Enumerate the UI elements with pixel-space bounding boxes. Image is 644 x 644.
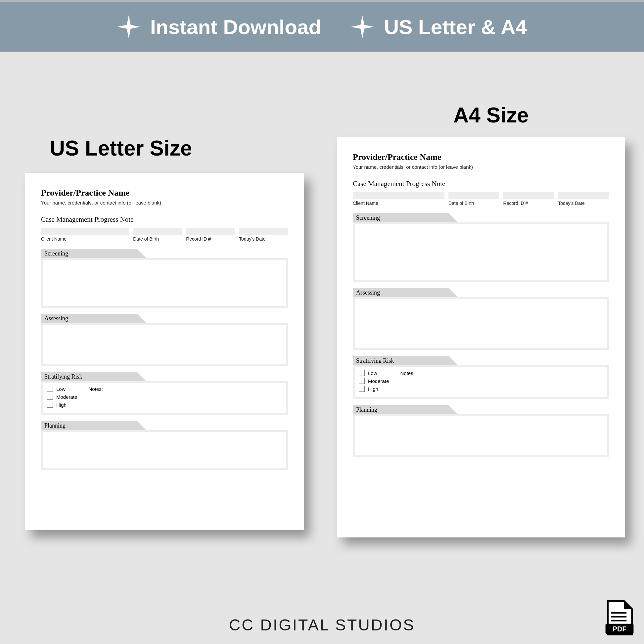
tab-assessing: Assessing bbox=[41, 314, 137, 323]
checkbox-low[interactable] bbox=[47, 386, 53, 392]
banner-item-sizes: US Letter & A4 bbox=[351, 15, 527, 39]
field-todays-date: Today's Date bbox=[558, 192, 609, 206]
label-record-id: Record ID # bbox=[503, 201, 554, 206]
input-dob[interactable] bbox=[133, 228, 182, 235]
risk-row-moderate: Moderate bbox=[359, 378, 603, 384]
field-dob: Date of Birth bbox=[448, 192, 499, 206]
tab-planning: Planning bbox=[353, 405, 449, 414]
input-client-name[interactable] bbox=[41, 228, 129, 235]
field-client-name: Client Name bbox=[41, 228, 129, 242]
pdf-badge-icon: PDF bbox=[604, 600, 635, 635]
risk-row-low: Low Notes: bbox=[47, 386, 282, 392]
label-todays-date: Today's Date bbox=[558, 201, 609, 206]
svg-rect-1 bbox=[611, 616, 626, 618]
field-record-id: Record ID # bbox=[503, 192, 554, 206]
label-dob: Date of Birth bbox=[133, 236, 182, 242]
risk-body: Low Notes: Moderate High bbox=[353, 365, 609, 399]
input-dob[interactable] bbox=[448, 192, 499, 199]
section-assessing: Assessing bbox=[353, 288, 609, 350]
checkbox-high[interactable] bbox=[359, 386, 365, 392]
tab-assessing: Assessing bbox=[353, 288, 449, 297]
field-client-name: Client Name bbox=[353, 192, 444, 206]
svg-text:PDF: PDF bbox=[613, 625, 626, 633]
label-record-id: Record ID # bbox=[186, 236, 235, 242]
label-dob: Date of Birth bbox=[448, 201, 499, 206]
tab-planning: Planning bbox=[41, 421, 137, 430]
brand-footer: CC DIGITAL STUDIOS bbox=[0, 616, 644, 634]
input-record-id[interactable] bbox=[503, 192, 554, 199]
input-todays-date[interactable] bbox=[239, 228, 288, 235]
banner-text-sizes: US Letter & A4 bbox=[384, 15, 527, 39]
label-client-name: Client Name bbox=[41, 236, 129, 242]
label-us-letter: US Letter Size bbox=[50, 136, 192, 161]
input-todays-date[interactable] bbox=[558, 192, 609, 199]
checkbox-moderate[interactable] bbox=[47, 394, 53, 400]
textarea-planning[interactable] bbox=[353, 414, 609, 457]
risk-notes-label: Notes: bbox=[400, 370, 415, 376]
section-assessing: Assessing bbox=[41, 314, 288, 366]
preview-stage: US Letter Size A4 Size Provider/Practice… bbox=[0, 52, 644, 644]
textarea-assessing[interactable] bbox=[353, 297, 609, 350]
client-info-row: Client Name Date of Birth Record ID # To… bbox=[353, 192, 609, 206]
textarea-assessing[interactable] bbox=[41, 323, 288, 366]
provider-name: Provider/Practice Name bbox=[41, 188, 288, 198]
section-screening: Screening bbox=[41, 249, 288, 308]
banner-item-download: Instant Download bbox=[117, 15, 321, 39]
risk-notes-label: Notes: bbox=[89, 386, 103, 392]
textarea-planning[interactable] bbox=[41, 430, 288, 470]
svg-rect-2 bbox=[611, 620, 626, 621]
field-todays-date: Today's Date bbox=[239, 228, 288, 242]
field-record-id: Record ID # bbox=[186, 228, 235, 242]
page-us-letter: Provider/Practice Name Your name, creden… bbox=[25, 173, 304, 530]
section-planning: Planning bbox=[353, 405, 609, 457]
promo-banner: Instant Download US Letter & A4 bbox=[0, 0, 644, 52]
section-planning: Planning bbox=[41, 421, 288, 470]
tab-risk: Stratifying Risk bbox=[353, 356, 449, 365]
checkbox-low[interactable] bbox=[359, 370, 365, 376]
textarea-screening[interactable] bbox=[353, 222, 609, 282]
section-risk: Stratifying Risk Low Notes: Moderate Hig… bbox=[41, 372, 288, 415]
label-a4: A4 Size bbox=[453, 103, 529, 127]
tab-screening: Screening bbox=[41, 249, 137, 258]
risk-label-low: Low bbox=[368, 370, 377, 376]
checkbox-moderate[interactable] bbox=[359, 378, 365, 384]
form-title: Case Management Progress Note bbox=[353, 180, 609, 188]
risk-label-moderate: Moderate bbox=[56, 394, 77, 400]
risk-label-moderate: Moderate bbox=[368, 378, 389, 384]
form-title: Case Management Progress Note bbox=[41, 215, 288, 224]
risk-label-high: High bbox=[56, 402, 67, 408]
provider-name: Provider/Practice Name bbox=[353, 152, 609, 162]
section-risk: Stratifying Risk Low Notes: Moderate Hig… bbox=[353, 356, 609, 399]
tab-risk: Stratifying Risk bbox=[41, 372, 137, 381]
page-a4: Provider/Practice Name Your name, creden… bbox=[337, 137, 625, 537]
svg-rect-0 bbox=[611, 612, 626, 614]
provider-subtitle: Your name, credentials, or contact info … bbox=[353, 164, 609, 170]
risk-row-high: High bbox=[47, 402, 282, 408]
provider-subtitle: Your name, credentials, or contact info … bbox=[41, 200, 288, 206]
risk-body: Low Notes: Moderate High bbox=[41, 381, 288, 415]
risk-row-low: Low Notes: bbox=[359, 370, 603, 376]
banner-text-download: Instant Download bbox=[150, 15, 321, 39]
sparkle-icon bbox=[351, 15, 374, 38]
checkbox-high[interactable] bbox=[47, 402, 53, 408]
risk-label-high: High bbox=[368, 386, 378, 392]
tab-screening: Screening bbox=[353, 213, 449, 222]
section-screening: Screening bbox=[353, 213, 609, 282]
risk-row-high: High bbox=[359, 386, 603, 392]
sparkle-icon bbox=[117, 15, 140, 38]
label-client-name: Client Name bbox=[353, 201, 444, 206]
risk-label-low: Low bbox=[56, 386, 66, 392]
textarea-screening[interactable] bbox=[41, 258, 288, 308]
input-record-id[interactable] bbox=[186, 228, 235, 235]
field-dob: Date of Birth bbox=[133, 228, 182, 242]
label-todays-date: Today's Date bbox=[239, 236, 288, 242]
risk-row-moderate: Moderate bbox=[47, 394, 282, 400]
input-client-name[interactable] bbox=[353, 192, 444, 199]
client-info-row: Client Name Date of Birth Record ID # To… bbox=[41, 228, 288, 242]
